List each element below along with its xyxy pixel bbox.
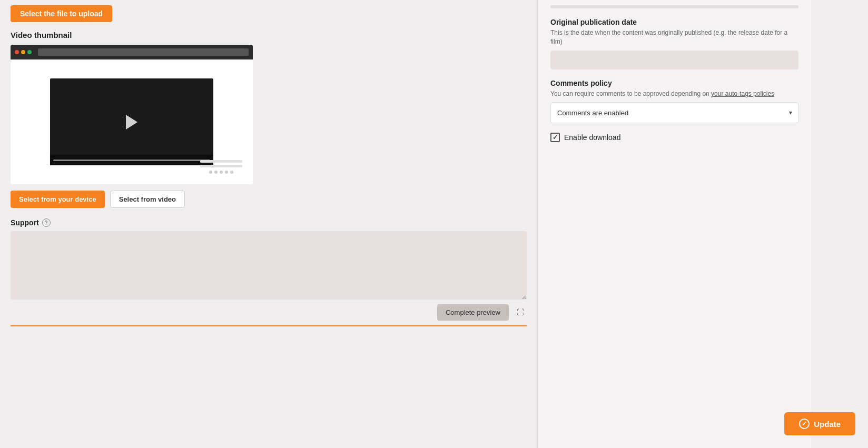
video-thumbnail-title: Video thumbnail [11, 31, 527, 39]
browser-dot-red [15, 50, 19, 54]
comments-policy-label: Comments policy [550, 79, 798, 87]
enable-download-checkbox[interactable] [550, 133, 560, 142]
progress-bar [53, 160, 210, 161]
video-player [50, 78, 213, 165]
comments-policy-link[interactable]: your auto-tags policies [711, 90, 774, 97]
left-panel: Select the file to upload Video thumbnai… [0, 0, 537, 448]
support-section: Support ? Complete preview ⛶ [11, 218, 527, 358]
support-title: Support [11, 218, 39, 227]
browser-line-2 [200, 165, 242, 167]
update-check-icon: ✓ [799, 419, 810, 429]
nav-dot-5 [230, 171, 233, 174]
right-top-decoration [550, 5, 798, 8]
select-from-device-button[interactable]: Select from your device [11, 191, 105, 208]
enable-download-row: Enable download [550, 133, 798, 142]
right-panel: Original publication date This is the da… [537, 0, 811, 448]
support-label-group: Support ? [11, 218, 527, 227]
browser-content [11, 59, 253, 184]
support-textarea[interactable] [11, 231, 527, 300]
play-icon [126, 115, 137, 130]
complete-preview-button[interactable]: Complete preview [437, 304, 509, 321]
browser-top-bar [11, 45, 253, 59]
browser-url-bar [38, 48, 249, 56]
browser-line-1 [200, 160, 242, 163]
upload-file-button[interactable]: Select the file to upload [11, 5, 112, 22]
browser-nav-dots [200, 171, 242, 174]
comments-policy-desc-text: You can require comments to be approved … [550, 90, 711, 97]
update-button-area: ✓ Update [784, 412, 855, 435]
browser-dot-yellow [21, 50, 25, 54]
original-pub-date-input[interactable] [550, 51, 798, 69]
original-pub-date-label: Original publication date [550, 18, 798, 26]
enable-download-label: Enable download [564, 133, 620, 142]
nav-dot-3 [220, 171, 223, 174]
browser-dot-green [27, 50, 32, 54]
expand-icon[interactable]: ⛶ [514, 306, 527, 318]
browser-lines [200, 160, 242, 174]
nav-dot-2 [214, 171, 218, 174]
video-thumbnail-preview [11, 45, 253, 184]
nav-dot-1 [209, 171, 212, 174]
thumbnail-button-group: Select from your device Select from vide… [11, 191, 527, 208]
select-from-video-button[interactable]: Select from video [110, 191, 185, 208]
video-controls-bar [50, 155, 213, 165]
original-pub-date-desc: This is the date when the content was or… [550, 28, 798, 46]
update-button[interactable]: ✓ Update [784, 412, 855, 435]
preview-bar: Complete preview ⛶ [11, 301, 527, 326]
support-info-icon[interactable]: ? [42, 218, 51, 227]
preview-content-area [11, 326, 527, 358]
comments-select-wrapper: Comments are enabled Comments are disabl… [550, 102, 798, 123]
comments-policy-desc: You can require comments to be approved … [550, 89, 798, 98]
comments-select[interactable]: Comments are enabled Comments are disabl… [550, 102, 798, 123]
update-label: Update [814, 420, 841, 429]
nav-dot-4 [225, 171, 228, 174]
